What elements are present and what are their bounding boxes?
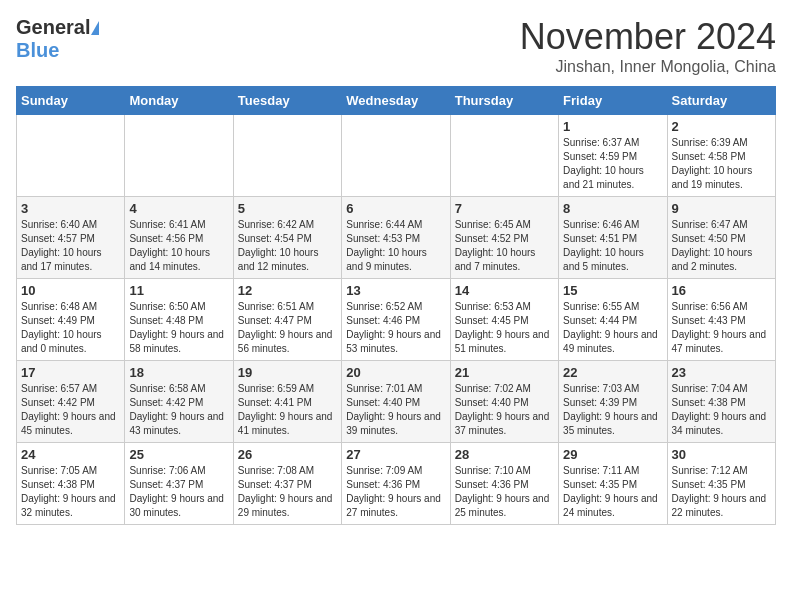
day-cell: 5Sunrise: 6:42 AM Sunset: 4:54 PM Daylig… [233,197,341,279]
day-number: 30 [672,447,771,462]
day-info: Sunrise: 6:53 AM Sunset: 4:45 PM Dayligh… [455,300,554,356]
day-cell: 3Sunrise: 6:40 AM Sunset: 4:57 PM Daylig… [17,197,125,279]
day-number: 16 [672,283,771,298]
day-cell [342,115,450,197]
logo: General Blue [16,16,99,62]
week-row-4: 24Sunrise: 7:05 AM Sunset: 4:38 PM Dayli… [17,443,776,525]
day-cell: 16Sunrise: 6:56 AM Sunset: 4:43 PM Dayli… [667,279,775,361]
day-info: Sunrise: 6:52 AM Sunset: 4:46 PM Dayligh… [346,300,445,356]
day-number: 25 [129,447,228,462]
day-cell: 11Sunrise: 6:50 AM Sunset: 4:48 PM Dayli… [125,279,233,361]
day-info: Sunrise: 6:51 AM Sunset: 4:47 PM Dayligh… [238,300,337,356]
day-info: Sunrise: 6:57 AM Sunset: 4:42 PM Dayligh… [21,382,120,438]
header-row: SundayMondayTuesdayWednesdayThursdayFrid… [17,87,776,115]
day-info: Sunrise: 7:06 AM Sunset: 4:37 PM Dayligh… [129,464,228,520]
day-number: 13 [346,283,445,298]
logo-general-text: General [16,16,90,39]
day-info: Sunrise: 6:37 AM Sunset: 4:59 PM Dayligh… [563,136,662,192]
week-row-2: 10Sunrise: 6:48 AM Sunset: 4:49 PM Dayli… [17,279,776,361]
header-cell-sunday: Sunday [17,87,125,115]
day-number: 28 [455,447,554,462]
day-cell: 27Sunrise: 7:09 AM Sunset: 4:36 PM Dayli… [342,443,450,525]
day-cell: 23Sunrise: 7:04 AM Sunset: 4:38 PM Dayli… [667,361,775,443]
day-number: 12 [238,283,337,298]
day-number: 1 [563,119,662,134]
day-info: Sunrise: 6:44 AM Sunset: 4:53 PM Dayligh… [346,218,445,274]
day-info: Sunrise: 6:48 AM Sunset: 4:49 PM Dayligh… [21,300,120,356]
day-number: 10 [21,283,120,298]
day-cell: 30Sunrise: 7:12 AM Sunset: 4:35 PM Dayli… [667,443,775,525]
day-cell: 4Sunrise: 6:41 AM Sunset: 4:56 PM Daylig… [125,197,233,279]
day-info: Sunrise: 7:12 AM Sunset: 4:35 PM Dayligh… [672,464,771,520]
day-info: Sunrise: 7:11 AM Sunset: 4:35 PM Dayligh… [563,464,662,520]
day-number: 14 [455,283,554,298]
day-cell [17,115,125,197]
day-cell: 25Sunrise: 7:06 AM Sunset: 4:37 PM Dayli… [125,443,233,525]
day-number: 19 [238,365,337,380]
header-cell-thursday: Thursday [450,87,558,115]
title-area: November 2024 Jinshan, Inner Mongolia, C… [520,16,776,76]
day-cell: 14Sunrise: 6:53 AM Sunset: 4:45 PM Dayli… [450,279,558,361]
day-cell: 17Sunrise: 6:57 AM Sunset: 4:42 PM Dayli… [17,361,125,443]
day-info: Sunrise: 6:58 AM Sunset: 4:42 PM Dayligh… [129,382,228,438]
day-number: 9 [672,201,771,216]
logo-blue-text: Blue [16,39,59,61]
day-info: Sunrise: 7:04 AM Sunset: 4:38 PM Dayligh… [672,382,771,438]
header-cell-monday: Monday [125,87,233,115]
day-cell: 13Sunrise: 6:52 AM Sunset: 4:46 PM Dayli… [342,279,450,361]
day-cell: 12Sunrise: 6:51 AM Sunset: 4:47 PM Dayli… [233,279,341,361]
day-number: 6 [346,201,445,216]
day-number: 7 [455,201,554,216]
day-cell [233,115,341,197]
day-number: 22 [563,365,662,380]
day-cell: 7Sunrise: 6:45 AM Sunset: 4:52 PM Daylig… [450,197,558,279]
day-number: 20 [346,365,445,380]
day-cell: 6Sunrise: 6:44 AM Sunset: 4:53 PM Daylig… [342,197,450,279]
day-number: 29 [563,447,662,462]
day-info: Sunrise: 7:02 AM Sunset: 4:40 PM Dayligh… [455,382,554,438]
day-number: 23 [672,365,771,380]
day-info: Sunrise: 7:03 AM Sunset: 4:39 PM Dayligh… [563,382,662,438]
day-cell: 28Sunrise: 7:10 AM Sunset: 4:36 PM Dayli… [450,443,558,525]
month-title: November 2024 [520,16,776,58]
day-number: 3 [21,201,120,216]
day-cell: 20Sunrise: 7:01 AM Sunset: 4:40 PM Dayli… [342,361,450,443]
day-info: Sunrise: 6:39 AM Sunset: 4:58 PM Dayligh… [672,136,771,192]
day-cell: 19Sunrise: 6:59 AM Sunset: 4:41 PM Dayli… [233,361,341,443]
day-number: 17 [21,365,120,380]
day-cell: 15Sunrise: 6:55 AM Sunset: 4:44 PM Dayli… [559,279,667,361]
day-number: 4 [129,201,228,216]
logo-line1: General [16,16,99,39]
day-number: 2 [672,119,771,134]
day-info: Sunrise: 6:42 AM Sunset: 4:54 PM Dayligh… [238,218,337,274]
logo-line2: Blue [16,39,59,62]
day-info: Sunrise: 7:01 AM Sunset: 4:40 PM Dayligh… [346,382,445,438]
day-number: 5 [238,201,337,216]
day-info: Sunrise: 6:40 AM Sunset: 4:57 PM Dayligh… [21,218,120,274]
week-row-1: 3Sunrise: 6:40 AM Sunset: 4:57 PM Daylig… [17,197,776,279]
day-info: Sunrise: 7:08 AM Sunset: 4:37 PM Dayligh… [238,464,337,520]
week-row-3: 17Sunrise: 6:57 AM Sunset: 4:42 PM Dayli… [17,361,776,443]
day-number: 15 [563,283,662,298]
day-cell [450,115,558,197]
day-cell: 21Sunrise: 7:02 AM Sunset: 4:40 PM Dayli… [450,361,558,443]
day-info: Sunrise: 6:59 AM Sunset: 4:41 PM Dayligh… [238,382,337,438]
header-cell-tuesday: Tuesday [233,87,341,115]
day-number: 21 [455,365,554,380]
day-number: 26 [238,447,337,462]
day-cell: 9Sunrise: 6:47 AM Sunset: 4:50 PM Daylig… [667,197,775,279]
day-cell: 22Sunrise: 7:03 AM Sunset: 4:39 PM Dayli… [559,361,667,443]
day-info: Sunrise: 6:41 AM Sunset: 4:56 PM Dayligh… [129,218,228,274]
calendar-table: SundayMondayTuesdayWednesdayThursdayFrid… [16,86,776,525]
day-info: Sunrise: 7:09 AM Sunset: 4:36 PM Dayligh… [346,464,445,520]
day-number: 24 [21,447,120,462]
day-cell: 8Sunrise: 6:46 AM Sunset: 4:51 PM Daylig… [559,197,667,279]
week-row-0: 1Sunrise: 6:37 AM Sunset: 4:59 PM Daylig… [17,115,776,197]
day-cell [125,115,233,197]
day-cell: 1Sunrise: 6:37 AM Sunset: 4:59 PM Daylig… [559,115,667,197]
day-info: Sunrise: 6:47 AM Sunset: 4:50 PM Dayligh… [672,218,771,274]
day-info: Sunrise: 6:56 AM Sunset: 4:43 PM Dayligh… [672,300,771,356]
header: General Blue November 2024 Jinshan, Inne… [16,16,776,76]
header-cell-saturday: Saturday [667,87,775,115]
day-info: Sunrise: 6:55 AM Sunset: 4:44 PM Dayligh… [563,300,662,356]
